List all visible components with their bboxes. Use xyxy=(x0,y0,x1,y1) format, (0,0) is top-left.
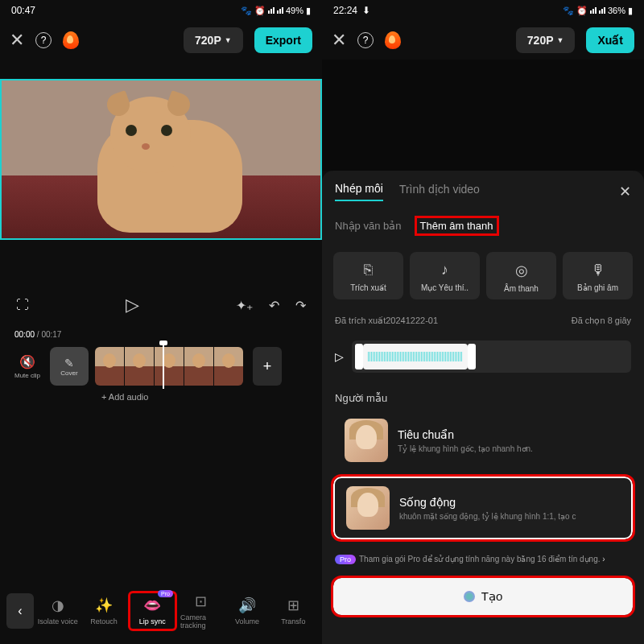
battery-text: 36% xyxy=(608,6,625,15)
play-icon[interactable]: ▷ xyxy=(126,295,139,316)
video-clip[interactable]: 15.7s xyxy=(95,347,243,386)
close-modal-icon[interactable]: ✕ xyxy=(619,183,631,200)
tool-isolate-voice[interactable]: ◑ Isolate voice xyxy=(35,593,80,629)
signal-icon xyxy=(590,7,597,14)
transform-icon: ⊞ xyxy=(287,597,299,614)
avatar xyxy=(345,419,388,462)
tab-lip-sync[interactable]: Nhép môi xyxy=(335,182,383,201)
video-preview[interactable] xyxy=(322,60,644,171)
signal-icon xyxy=(268,7,275,14)
source-audio[interactable]: ◎ Âm thanh xyxy=(486,252,556,299)
resolution-label: 720P xyxy=(195,34,221,47)
extract-icon: ⎘ xyxy=(364,262,373,279)
waveform-track[interactable] xyxy=(352,341,631,373)
create-label: Tạo xyxy=(481,589,503,604)
tool-label: Retouch xyxy=(90,617,118,625)
export-button[interactable]: Xuất xyxy=(586,27,634,53)
export-label: Export xyxy=(266,34,301,47)
mute-clip-button[interactable]: 🔇 Mute clip xyxy=(11,354,43,379)
source-recording[interactable]: 🎙 Bản ghi âm xyxy=(563,252,633,299)
pro-note: ProTham gia gói Pro để sử dụng tính năng… xyxy=(322,546,644,573)
pencil-icon: ✎ xyxy=(64,357,74,369)
resolution-button[interactable]: 720P ▼ xyxy=(516,27,576,53)
tool-volume[interactable]: 🔊 Volume xyxy=(225,593,269,629)
export-button[interactable]: Export xyxy=(254,27,312,53)
model-subtitle: Tỷ lệ khung hình gốc, tạo nhanh hơn. xyxy=(398,444,621,453)
paw-icon: 🐾 xyxy=(563,6,574,16)
play-audio-icon[interactable]: ▷ xyxy=(335,350,344,363)
paw-icon: 🐾 xyxy=(241,6,252,16)
timeline[interactable]: 🔇 Mute clip ✎ Cover 15.7s + + Add audio xyxy=(0,339,322,416)
fire-icon[interactable] xyxy=(63,31,79,49)
tab-video-translate[interactable]: Trình dịch video xyxy=(399,183,480,200)
add-audio-label: + Add audio xyxy=(101,392,148,402)
model-dynamic[interactable]: Sống động khuôn mặt sống động, tỷ lệ khu… xyxy=(333,477,633,539)
models-heading: Người mẫu xyxy=(322,384,644,411)
download-icon: ⬇ xyxy=(362,5,370,16)
tool-label: Volume xyxy=(235,617,259,625)
clock: 22:24 xyxy=(333,5,357,16)
tracking-icon: ⊡ xyxy=(195,592,207,610)
cover-button[interactable]: ✎ Cover xyxy=(50,347,89,386)
volume-icon: 🔊 xyxy=(238,597,256,614)
model-title: Sống động xyxy=(399,496,620,509)
model-title: Tiêu chuẩn xyxy=(398,428,621,441)
tool-label: Isolate voice xyxy=(38,617,78,625)
chevron-down-icon: ▼ xyxy=(557,36,564,44)
help-icon[interactable]: ? xyxy=(35,32,52,48)
back-button[interactable]: ‹ xyxy=(6,593,34,629)
mic-icon: 🎙 xyxy=(591,262,605,279)
help-icon[interactable]: ? xyxy=(357,32,374,48)
fullscreen-icon[interactable]: ⛶ xyxy=(16,298,29,312)
playhead[interactable] xyxy=(163,344,164,389)
subtab-add-audio[interactable]: Thêm âm thanh xyxy=(415,216,499,236)
add-clip-button[interactable]: + xyxy=(253,347,282,386)
tool-label: Transfo xyxy=(281,617,305,625)
model-subtitle: khuôn mặt sống động, tỷ lệ khung hình 1:… xyxy=(399,512,620,521)
model-standard[interactable]: Tiêu chuẩn Tỷ lệ khung hình gốc, tạo nha… xyxy=(333,411,633,470)
undo-icon[interactable]: ↶ xyxy=(269,298,279,313)
signal-icon xyxy=(599,7,605,14)
tool-label: Lip sync xyxy=(139,617,166,625)
signal-icon xyxy=(277,7,283,14)
left-screen: 00:47 🐾 ⏰ 49% ▮ ✕ ? 720P ▼ Export xyxy=(0,0,322,644)
resolution-label: 720P xyxy=(527,34,554,47)
source-label: Trích xuất xyxy=(350,283,386,292)
trim-end-handle[interactable] xyxy=(468,344,476,369)
selected-duration: Đã chọn 8 giây xyxy=(572,316,631,326)
redo-icon[interactable]: ↷ xyxy=(295,298,306,313)
tool-retouch[interactable]: ✨ Retouch xyxy=(81,593,126,629)
close-icon[interactable]: ✕ xyxy=(10,30,24,51)
video-preview[interactable] xyxy=(0,79,322,240)
resolution-button[interactable]: 720P ▼ xyxy=(184,27,243,53)
audio-waveform: ▷ xyxy=(322,334,644,384)
ai-dot-icon xyxy=(464,591,475,602)
tiktok-icon: ♪ xyxy=(441,262,448,279)
source-label: Mục Yêu thí.. xyxy=(421,283,469,292)
audio-clip[interactable] xyxy=(363,344,468,369)
source-label: Bản ghi âm xyxy=(577,283,618,292)
extracted-info: Đã trích xuất20241222-01 Đã chọn 8 giây xyxy=(322,308,644,334)
close-icon[interactable]: ✕ xyxy=(332,30,346,51)
add-audio-button[interactable]: + Add audio xyxy=(11,386,322,408)
speaker-off-icon: 🔇 xyxy=(19,354,35,369)
subtab-text-input[interactable]: Nhập văn bản xyxy=(335,220,402,232)
trim-start-handle[interactable] xyxy=(355,344,363,369)
source-favorites[interactable]: ♪ Mục Yêu thí.. xyxy=(410,252,480,299)
voice-icon: ◑ xyxy=(52,597,64,614)
fire-icon[interactable] xyxy=(385,31,401,49)
lip-sync-modal: Nhép môi Trình dịch video ✕ Nhập văn bản… xyxy=(322,171,644,644)
battery-icon: ▮ xyxy=(306,6,311,16)
music-icon: ◎ xyxy=(515,262,528,279)
sparkle-add-icon[interactable]: ✦₊ xyxy=(236,298,253,313)
tool-transform[interactable]: ⊞ Transfo xyxy=(271,593,316,629)
time-duration: 00:17 xyxy=(41,330,61,339)
avatar xyxy=(346,486,390,530)
tool-camera-tracking[interactable]: ⊡ Camera tracking xyxy=(179,589,223,633)
create-button[interactable]: Tạo xyxy=(333,578,633,615)
alarm-icon: ⏰ xyxy=(576,6,588,16)
tool-lip-sync[interactable]: Pro 👄 Lip sync xyxy=(128,591,177,631)
source-extract[interactable]: ⎘ Trích xuất xyxy=(333,252,403,299)
audio-sources: ⎘ Trích xuất ♪ Mục Yêu thí.. ◎ Âm thanh … xyxy=(322,244,644,308)
topbar: ✕ ? 720P ▼ Export xyxy=(0,21,322,60)
